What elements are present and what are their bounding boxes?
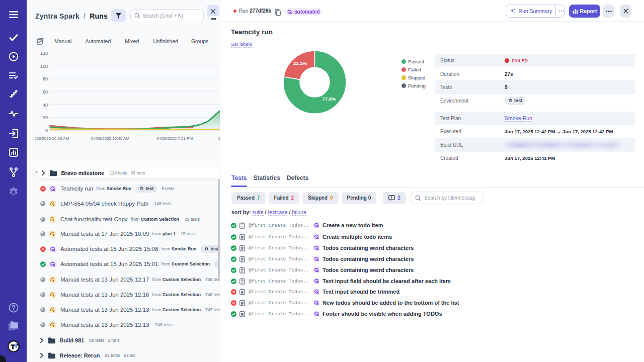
svg-text:20: 20 [43, 115, 48, 120]
svg-text:0: 0 [45, 128, 48, 133]
svg-text:80: 80 [43, 76, 48, 81]
svg-text:04/29/2025 7:21 PM: 04/29/2025 7:21 PM [156, 136, 193, 141]
svg-text:120: 120 [40, 51, 48, 56]
svg-text:22.2%: 22.2% [293, 60, 307, 66]
svg-text:0: 0 [218, 136, 220, 141]
svg-text:/29/2025 10:29 AM: /29/2025 10:29 AM [35, 136, 69, 141]
svg-text:04/29/2025 10:40 AM: 04/29/2025 10:40 AM [91, 136, 129, 141]
svg-text:77.8%: 77.8% [323, 96, 336, 102]
svg-text:100: 100 [40, 64, 48, 69]
svg-text:40: 40 [43, 103, 48, 108]
svg-text:60: 60 [43, 89, 48, 95]
